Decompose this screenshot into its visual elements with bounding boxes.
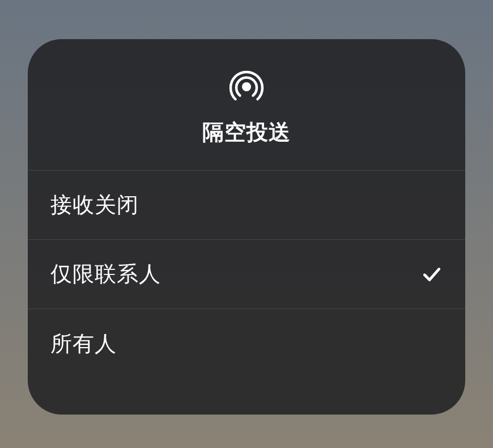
airdrop-icon <box>228 68 265 105</box>
panel-title: 隔空投送 <box>202 118 291 147</box>
option-label: 接收关闭 <box>50 191 139 219</box>
option-label: 所有人 <box>50 329 117 358</box>
svg-point-0 <box>242 82 251 91</box>
option-receiving-off[interactable]: 接收关闭 <box>28 171 465 240</box>
checkmark-icon <box>421 264 443 285</box>
option-contacts-only[interactable]: 仅限联系人 <box>28 240 465 309</box>
option-label: 仅限联系人 <box>50 260 161 289</box>
panel-header: 隔空投送 <box>28 39 465 171</box>
option-everyone[interactable]: 所有人 <box>28 309 465 378</box>
airdrop-panel: 隔空投送 接收关闭 仅限联系人 所有人 <box>28 39 465 415</box>
